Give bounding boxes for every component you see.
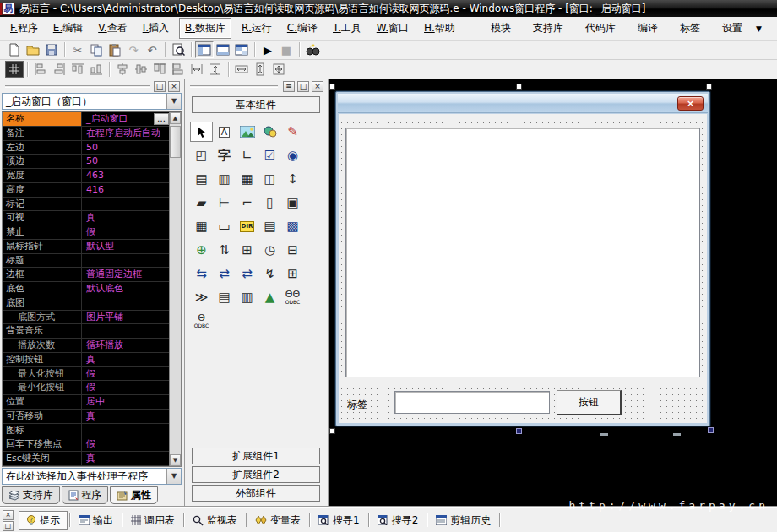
designed-form-window[interactable]: × 标签 按钮 bbox=[335, 91, 710, 426]
component-icon-edit[interactable]: ✎ bbox=[281, 122, 304, 142]
menu-label[interactable]: 标签 bbox=[671, 19, 709, 38]
tab-program[interactable]: 程序 bbox=[62, 486, 108, 504]
component-icon-listbox[interactable]: ▥ bbox=[213, 169, 236, 189]
object-selector-caret-icon[interactable]: ▼ bbox=[166, 94, 181, 109]
align-middle-h-button[interactable] bbox=[150, 61, 169, 78]
component-icon-date-picker[interactable]: ▦ bbox=[190, 216, 213, 236]
component-icon-combobox[interactable]: ▤ bbox=[190, 169, 213, 189]
property-value[interactable]: 50 bbox=[82, 155, 170, 168]
property-row-enter-next[interactable]: 回车下移焦点假 bbox=[3, 437, 170, 452]
property-value[interactable]: 假 bbox=[82, 437, 170, 451]
property-value[interactable]: 假 bbox=[82, 225, 170, 239]
tab-search2[interactable]: 搜寻2 bbox=[371, 512, 426, 529]
menu-edit[interactable]: E.编辑 bbox=[48, 19, 88, 38]
find-replace-button[interactable] bbox=[303, 41, 322, 58]
settings-caret-icon[interactable]: ▼ bbox=[756, 24, 762, 33]
tab-call-table[interactable]: 调用表 bbox=[124, 512, 182, 529]
extended-components2-button[interactable]: 扩展组件2 bbox=[192, 466, 320, 483]
save-button[interactable] bbox=[42, 41, 61, 58]
event-selector-caret-icon[interactable]: ▼ bbox=[166, 469, 181, 484]
component-icon-client2[interactable]: ⇄ bbox=[213, 263, 236, 284]
align-right-button[interactable] bbox=[50, 61, 68, 78]
property-row-maxbox[interactable]: 最大化按钮假 bbox=[3, 367, 170, 382]
component-icon-ruler[interactable]: ⊢ bbox=[213, 193, 236, 213]
property-row-title[interactable]: 标题 bbox=[3, 254, 170, 269]
component-icon-edit-small[interactable]: ▭ bbox=[213, 216, 236, 236]
menu-compile[interactable]: C.编译 bbox=[282, 19, 323, 38]
scroll-down-icon[interactable]: ▼ bbox=[170, 454, 181, 466]
component-icon-file-list[interactable]: ▤ bbox=[213, 287, 236, 307]
property-value[interactable]: 真 bbox=[82, 211, 170, 225]
menu-insert[interactable]: I.插入 bbox=[138, 19, 174, 38]
component-icon-server[interactable]: ⇄ bbox=[236, 263, 258, 284]
property-value[interactable]: 假 bbox=[82, 367, 170, 381]
component-icon-doc-ruler[interactable]: ▯ bbox=[258, 193, 281, 213]
bottom-close-button[interactable]: × bbox=[3, 510, 14, 520]
extended-components1-button[interactable]: 扩展组件1 bbox=[192, 448, 320, 464]
property-row-minbox[interactable]: 最小化按钮假 bbox=[3, 381, 170, 395]
property-row-position[interactable]: 位置居中 bbox=[3, 395, 170, 410]
component-icon-picture[interactable] bbox=[236, 122, 258, 142]
component-icon-timer[interactable]: ◷ bbox=[258, 240, 281, 260]
property-row-playcount[interactable]: 播放次数循环播放 bbox=[3, 339, 170, 353]
align-top-button[interactable] bbox=[68, 61, 87, 78]
component-icon-radio[interactable]: ◉ bbox=[281, 145, 304, 166]
property-value[interactable]: 循环播放 bbox=[82, 339, 170, 352]
component-icon-updown[interactable]: ⇅ bbox=[213, 240, 236, 260]
menu-tools[interactable]: T.工具 bbox=[328, 19, 367, 38]
component-icon-progressbar[interactable]: ▰ bbox=[190, 193, 213, 213]
menu-module[interactable]: 模块 bbox=[482, 19, 519, 38]
basic-components-header[interactable]: 基本组件 bbox=[192, 96, 320, 113]
form-close-button[interactable]: × bbox=[677, 96, 704, 111]
property-row-left[interactable]: 左边50 bbox=[3, 141, 170, 155]
menu-run[interactable]: R.运行 bbox=[236, 19, 277, 38]
center-vertical-button[interactable] bbox=[132, 61, 150, 78]
property-row-cursor[interactable]: 鼠标指针默认型 bbox=[3, 240, 170, 254]
panel-close-button[interactable]: × bbox=[168, 81, 180, 92]
menu-support-lib[interactable]: 支持库 bbox=[524, 19, 572, 38]
event-selector[interactable]: 在此处选择加入事件处理子程序 ▼ bbox=[2, 468, 182, 485]
component-icon-line[interactable]: ∟ bbox=[236, 145, 258, 166]
form-button-control[interactable]: 按钮 bbox=[557, 390, 622, 415]
ellipsis-button[interactable]: … bbox=[154, 113, 169, 125]
form-title-bar[interactable]: × bbox=[338, 94, 708, 113]
selection-handle-top-right[interactable] bbox=[706, 84, 712, 90]
selection-handle-top-left[interactable] bbox=[329, 84, 335, 90]
property-value[interactable]: 默认型 bbox=[82, 240, 170, 253]
tab-output[interactable]: 输出 bbox=[72, 512, 120, 529]
layout-grid-button[interactable] bbox=[232, 41, 251, 58]
property-value[interactable]: 463 bbox=[82, 169, 170, 182]
layout-left-panel-button[interactable] bbox=[195, 41, 214, 58]
component-icon-vscroll[interactable]: ↕ bbox=[281, 169, 304, 189]
property-value[interactable]: 50 bbox=[82, 141, 170, 155]
property-value[interactable]: 真 bbox=[82, 410, 170, 423]
tab-support-lib[interactable]: 支持库 bbox=[2, 486, 60, 504]
form-label-control[interactable]: 标签 bbox=[347, 398, 367, 412]
component-icon-month-calendar[interactable]: ▩ bbox=[281, 216, 304, 236]
center-horizontal-button[interactable] bbox=[113, 61, 132, 78]
form-large-edit-box[interactable] bbox=[345, 128, 700, 377]
component-icon-image-frame[interactable]: ▣ bbox=[281, 193, 304, 213]
new-file-button[interactable] bbox=[5, 41, 24, 58]
property-row-height[interactable]: 高度416 bbox=[3, 183, 170, 198]
menu-program[interactable]: F.程序 bbox=[5, 19, 43, 38]
selection-handle-bottom-right[interactable] bbox=[708, 427, 714, 433]
property-row-image-mode[interactable]: 底图方式图片平铺 bbox=[3, 311, 170, 325]
selection-handle-bottom-center[interactable] bbox=[516, 428, 522, 434]
layout-bottom-panel-button[interactable] bbox=[214, 41, 232, 58]
property-value[interactable] bbox=[82, 324, 170, 338]
tab-tips[interactable]: ? 提示 bbox=[19, 511, 68, 530]
scroll-up-icon[interactable]: ▲ bbox=[170, 112, 181, 124]
component-icon-port[interactable]: ↯ bbox=[258, 263, 281, 284]
component-icon-odbc-db[interactable]: ΘODBC bbox=[190, 311, 213, 331]
panel-restore-button[interactable]: □ bbox=[154, 81, 166, 92]
tab-watch-table[interactable]: 监视表 bbox=[186, 512, 244, 529]
property-value[interactable] bbox=[82, 424, 170, 437]
property-row-icon[interactable]: 图标 bbox=[3, 424, 170, 438]
property-row-backcolor[interactable]: 底色默认底色 bbox=[3, 282, 170, 296]
property-value[interactable]: 在程序启动后自动 bbox=[82, 127, 170, 140]
designer-workspace[interactable]: × 标签 按钮 bbox=[329, 79, 777, 507]
component-icon-listview[interactable]: ▦ bbox=[236, 169, 258, 189]
menu-code-lib[interactable]: 代码库 bbox=[577, 19, 624, 38]
component-icon-window-box[interactable]: ◰ bbox=[190, 145, 213, 166]
